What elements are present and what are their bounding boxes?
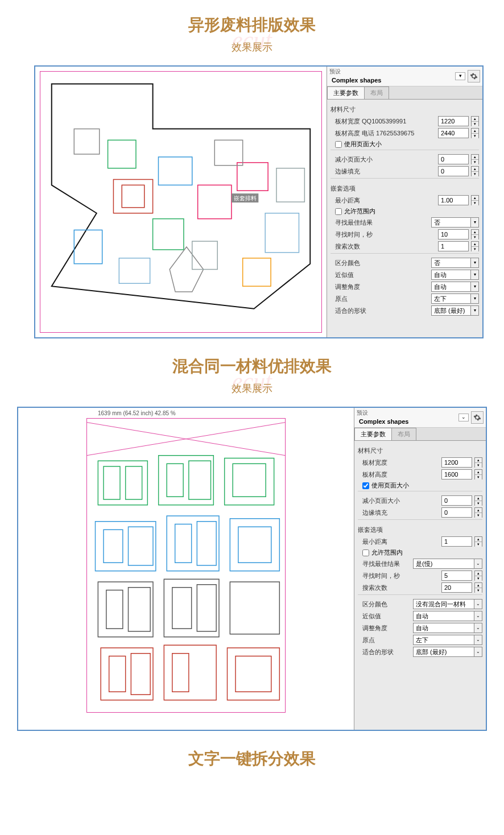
height-input[interactable] [438, 128, 469, 138]
svg-rect-10 [74, 129, 99, 154]
best-result-combo[interactable] [413, 559, 474, 569]
panel-body: 材料尺寸 板材宽度 ▴▾ 板材高度 ▴▾ 使用页面大小 减小页面大小 ▴▾ 边缘 [354, 441, 486, 730]
svg-rect-6 [237, 163, 268, 191]
tab-layout[interactable]: 布局 [391, 428, 416, 440]
min-dist-input[interactable] [438, 195, 469, 205]
preset-label: 预设 [357, 409, 458, 417]
min-dist-label: 最小距离 [358, 538, 439, 546]
title-text: 异形废料排版效果 [188, 16, 316, 34]
search-count-spinner[interactable]: ▴▾ [471, 241, 479, 251]
panel-header: 预设 Complex shapes ⌄ [354, 408, 486, 428]
origin-combo[interactable] [413, 635, 474, 645]
margin-spinner[interactable]: ▴▾ [474, 507, 482, 518]
chevron-down-icon[interactable]: ⌄ [474, 647, 482, 657]
chevron-down-icon[interactable]: ⌄ [474, 599, 482, 609]
search-count-spinner[interactable]: ▴▾ [474, 582, 482, 593]
width-label: 板材宽度 [358, 458, 439, 467]
section1-title: 异形废料排版效果 [0, 14, 504, 36]
angle-combo[interactable] [413, 623, 474, 633]
width-spinner[interactable]: ▴▾ [471, 116, 479, 126]
preset-dropdown[interactable]: ▾ [455, 72, 465, 80]
best-result-label: 寻找最佳结果 [331, 218, 429, 227]
angle-label: 调整角度 [331, 283, 429, 291]
chevron-down-icon[interactable]: ▾ [471, 258, 479, 268]
group-nesting: 嵌套选项 [331, 184, 479, 193]
search-count-input[interactable] [438, 241, 469, 251]
search-count-input[interactable] [441, 582, 472, 593]
height-input[interactable] [441, 469, 472, 479]
min-dist-spinner[interactable]: ▴▾ [474, 536, 482, 547]
allow-inside-checkbox[interactable] [335, 208, 342, 215]
tab-main[interactable]: 主要参数 [354, 428, 392, 440]
approx-combo[interactable] [431, 270, 471, 280]
tab-main[interactable]: 主要参数 [327, 86, 365, 99]
fit-shape-combo[interactable] [413, 647, 474, 657]
chevron-down-icon[interactable]: ⌄ [474, 635, 482, 645]
approx-combo[interactable] [413, 611, 474, 621]
svg-rect-7 [153, 219, 184, 250]
reduce-page-spinner[interactable]: ▴▾ [471, 154, 479, 164]
use-page-size-checkbox[interactable] [362, 482, 369, 489]
chevron-down-icon[interactable]: ⌄ [474, 611, 482, 621]
height-spinner[interactable]: ▴▾ [471, 128, 479, 138]
tabs: 主要参数 布局 [354, 428, 486, 441]
chevron-down-icon[interactable]: ⌄ [474, 559, 482, 569]
ruler-info: 1639 mm (64.52 inch) 42.85 % [98, 410, 176, 416]
min-dist-input[interactable] [441, 536, 472, 547]
svg-rect-2 [122, 185, 144, 208]
section2-subtitle: ecut 效果展示 [0, 382, 504, 395]
color-sep-combo[interactable] [431, 258, 471, 268]
origin-combo[interactable] [431, 294, 471, 304]
use-page-size-checkbox[interactable] [335, 141, 342, 148]
min-dist-spinner[interactable]: ▴▾ [471, 195, 479, 205]
tab-layout[interactable]: 布局 [364, 86, 389, 99]
section1-subtitle: ecut 效果展示 [0, 40, 504, 54]
gear-icon[interactable] [468, 70, 480, 82]
svg-rect-14 [243, 258, 271, 286]
width-input[interactable] [441, 457, 472, 468]
gear-icon[interactable] [471, 411, 484, 424]
svg-rect-13 [119, 258, 150, 283]
preset-dropdown[interactable]: ⌄ [458, 414, 469, 421]
height-label: 板材高度 电话 17625539675 [331, 129, 436, 138]
title-text: 文字一键拆分效果 [188, 750, 316, 767]
svg-rect-16 [276, 168, 304, 202]
use-page-size-label: 使用页面大小 [344, 140, 382, 148]
preset-value: Complex shapes [329, 76, 455, 85]
chevron-down-icon[interactable]: ▾ [471, 217, 479, 228]
chevron-down-icon[interactable]: ▾ [471, 294, 479, 304]
search-time-input[interactable] [438, 229, 469, 239]
search-time-input[interactable] [441, 571, 472, 581]
nesting-preview [87, 419, 285, 712]
fit-shape-combo[interactable] [431, 305, 471, 316]
height-label: 板材高度 [358, 470, 439, 479]
chevron-down-icon[interactable]: ⌄ [474, 623, 482, 633]
angle-combo[interactable] [431, 282, 471, 292]
preset-label: 预设 [329, 68, 455, 76]
group-material-size: 材料尺寸 [331, 105, 479, 114]
canvas-area[interactable]: 嵌套排料 [35, 67, 327, 337]
title-text: 混合同一材料优排效果 [172, 357, 332, 375]
canvas-area[interactable]: 1639 mm (64.52 inch) 42.85 % [18, 408, 354, 730]
reduce-page-input[interactable] [441, 495, 472, 506]
chevron-down-icon[interactable]: ▾ [471, 282, 479, 292]
chevron-down-icon[interactable]: ▾ [471, 305, 479, 316]
reduce-page-spinner[interactable]: ▴▾ [474, 495, 482, 506]
chevron-down-icon[interactable]: ▾ [471, 270, 479, 280]
margin-input[interactable] [441, 507, 472, 518]
margin-spinner[interactable]: ▴▾ [471, 166, 479, 176]
width-input[interactable] [438, 116, 469, 126]
best-result-combo[interactable] [431, 217, 471, 228]
allow-inside-checkbox[interactable] [362, 549, 369, 556]
height-spinner[interactable]: ▴▾ [474, 469, 482, 479]
search-count-label: 搜索次数 [331, 242, 436, 251]
reduce-page-input[interactable] [438, 154, 469, 164]
app-window-2: 1639 mm (64.52 inch) 42.85 % 预设 Complex … [17, 407, 487, 731]
search-time-label: 寻找时间，秒 [358, 572, 439, 580]
canvas-boundary [86, 418, 286, 713]
search-time-spinner[interactable]: ▴▾ [471, 229, 479, 239]
search-time-spinner[interactable]: ▴▾ [474, 571, 482, 581]
width-spinner[interactable]: ▴▾ [474, 457, 482, 468]
margin-input[interactable] [438, 166, 469, 176]
color-sep-combo[interactable] [413, 599, 474, 609]
